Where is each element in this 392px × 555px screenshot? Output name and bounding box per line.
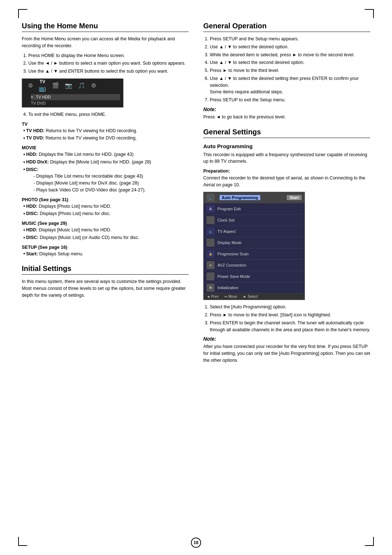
disc-sub-1: - Displays Title List menu for recordabl… [33, 173, 189, 180]
setup-icon-init: ⚙ [207, 284, 215, 292]
setup-footer-prev: ◄ Prev [207, 295, 219, 299]
setup-row-program-edit: A Program Edit [204, 203, 305, 215]
home-menu-intro: From the Home Menu screen you can access… [22, 36, 189, 49]
ap-step-1: Select the [Auto Programming] option. [210, 304, 370, 311]
home-menu-step4-list: To exit the HOME menu, press HOME. [22, 111, 189, 118]
setup-menu-header: 📺 Auto Programming Start [204, 192, 305, 203]
setup-row-progressive: 🔒 Progressive Scan [204, 248, 305, 260]
hm-tv-icon: 📺 [39, 85, 46, 92]
border-mark-bottom-right [373, 537, 374, 546]
photo-items: HDD: Displays [Photo List] menu for HDD.… [22, 203, 189, 218]
movie-items: HDD: Displays the Title List menu for HD… [22, 151, 189, 194]
setup-footer-select: ► Select [243, 295, 257, 299]
setup-row-tv-aspect: 📺 TV Aspect [204, 226, 305, 237]
setup-icon-pwr [207, 272, 215, 280]
home-menu-step-3: Use the ▲ / ▼ and ENTER buttons to selec… [28, 68, 189, 75]
border-mark-bottom-left [18, 537, 19, 546]
go-step-3: While the desired item is selected, pres… [210, 52, 370, 58]
preparation-text: Connect the recorder to the desired type… [203, 175, 365, 187]
setup-icon-disp [207, 239, 215, 247]
setup-footer-move: ⇔ Move [224, 295, 237, 299]
disc-sub-2: - Displays [Movie List] menu for DivX di… [33, 180, 189, 187]
border-mark-bottom-left-h [18, 545, 27, 546]
initial-settings-intro: In this menu system, there are several w… [22, 278, 189, 299]
tv-items: TV HDD: Returns to live TV viewing for H… [22, 127, 189, 142]
setup-highlight-label: Auto Programming [220, 195, 260, 200]
setup-items: Start: Displays Setup menu. [22, 251, 189, 258]
setup-row-display: Display Mode [204, 237, 305, 248]
note-text-go: Press ◄ to go back to the previous level… [203, 114, 370, 121]
setup-section-label: SETUP (See page 16) [22, 245, 189, 250]
hm-submenu-tv-dvd: TV DVD [31, 100, 120, 107]
hm-music-icon: 🎵 [78, 82, 85, 89]
hm-photo-icon: 📷 [65, 82, 72, 89]
tv-dvd-item: TV DVD: Returns to live TV viewing for D… [23, 135, 189, 142]
right-column: General Operation Press SETUP and the Se… [203, 22, 370, 367]
note-text-ap: After you have connected your recorder f… [203, 343, 370, 364]
hm-submenu-tv-hdd: TV HDD [31, 94, 120, 101]
go-step-6: Use ▲ / ▼ to select the desired setting … [210, 75, 370, 96]
home-menu-title: Using the Home Menu [22, 22, 189, 32]
photo-disc-item: DISC: Displays [Photo List] menu for dis… [23, 210, 189, 217]
border-mark-top-right [373, 9, 374, 18]
go-step-1: Press SETUP and the Setup menu appears. [210, 36, 370, 42]
go-step-7: Press SETUP to exit the Setup menu. [210, 97, 370, 104]
movie-hdd-divx-item: HDD DivX: Displays the [Movie List] menu… [23, 159, 189, 166]
disc-sub-3: - Plays back Video CD or DVD-Video disc … [33, 187, 189, 194]
hm-tv-label: TV [39, 79, 46, 84]
movie-hdd-item: HDD: Displays the Title List menu for HD… [23, 151, 189, 158]
setup-icon-ap: 📺 [207, 194, 215, 202]
auto-programming-intro: This recorder is equipped with a frequen… [203, 151, 370, 165]
auto-programming-steps: Select the [Auto Programming] option. Pr… [203, 304, 370, 333]
general-settings-title: General Settings [203, 128, 370, 138]
go-step-4: Use ▲ / ▼ to select the second desired o… [210, 59, 370, 66]
left-column: Using the Home Menu From the Home Menu s… [22, 22, 189, 367]
border-mark-top-left-h [18, 9, 27, 10]
music-hdd-item: HDD: Displays [Music List] menu for HDD. [23, 227, 189, 234]
disc-subitems: - Displays Title List menu for recordabl… [23, 173, 189, 193]
page-number: 16 [191, 538, 201, 548]
setup-icon-tv: 📺 [207, 227, 215, 235]
go-step-5: Press ► to move to the third level. [210, 67, 370, 74]
setup-start-btn: Start [287, 195, 302, 200]
hm-gear-icon: ⚙ [28, 82, 33, 89]
page-container: Using the Home Menu From the Home Menu s… [22, 22, 370, 533]
setup-icon-avz: H [207, 261, 215, 269]
movie-disc-item: DISC: - Displays Title List menu for rec… [23, 166, 189, 194]
go-step-2: Use ▲ / ▼ to select the desired option. [210, 44, 370, 50]
border-mark-top-left [18, 9, 19, 18]
setup-icon-clock [207, 216, 215, 224]
setup-icon-a: A [207, 205, 215, 213]
tv-section-label: TV [22, 122, 189, 127]
setup-menu-screenshot: 📺 Auto Programming Start A Program Edit … [203, 192, 305, 300]
music-section-label: MUSIC (See page 29) [22, 221, 189, 226]
hm-icon-row: ⚙ TV 📺 🎬 📷 🎵 ⚙ [25, 79, 120, 92]
home-menu-step-1: Press HOME to display the Home Menu scre… [28, 52, 189, 59]
hm-movie-icon: 🎬 [52, 82, 59, 89]
hm-dot-1 [31, 96, 33, 98]
photo-section-label: PHOTO (See page 31) [22, 197, 189, 202]
border-mark-bottom-right-h [365, 545, 374, 546]
general-operation-steps: Press SETUP and the Setup menu appears. … [203, 36, 370, 104]
preparation-label: Preparation: Connect the recorder to the… [203, 168, 370, 188]
setup-row-power: Power Save Mode [204, 271, 305, 282]
setup-start-item: Start: Displays Setup menu. [23, 251, 189, 258]
hm-submenu: TV HDD TV DVD [25, 94, 120, 107]
hm-setup-icon: ⚙ [91, 82, 96, 89]
setup-row-init: ⚙ Initialization [204, 282, 305, 293]
ap-step-3: Press ENTER to begin the channel search.… [210, 320, 370, 333]
ap-step-2: Press ► to move to the third level. [Sta… [210, 312, 370, 319]
auto-programming-subtitle: Auto Programming [203, 143, 370, 149]
note-label-ap: Note: [203, 336, 370, 342]
general-operation-title: General Operation [203, 22, 370, 32]
movie-section-label: MOVIE [22, 145, 189, 150]
home-menu-steps: Press HOME to display the Home Menu scre… [22, 52, 189, 75]
tv-hdd-item: TV HDD: Returns to live TV viewing for H… [23, 127, 189, 134]
music-items: HDD: Displays [Music List] menu for HDD.… [22, 227, 189, 241]
home-menu-step-2: Use the ◄ / ► buttons to select a main o… [28, 60, 189, 67]
setup-footer: ◄ Prev ⇔ Move ► Select [204, 293, 305, 300]
two-column-layout: Using the Home Menu From the Home Menu s… [22, 22, 370, 367]
home-menu-step-4: To exit the HOME menu, press HOME. [28, 111, 189, 118]
home-menu-screenshot: ⚙ TV 📺 🎬 📷 🎵 ⚙ TV HDD [22, 78, 123, 108]
setup-row-clock: Clock Set [204, 215, 305, 226]
